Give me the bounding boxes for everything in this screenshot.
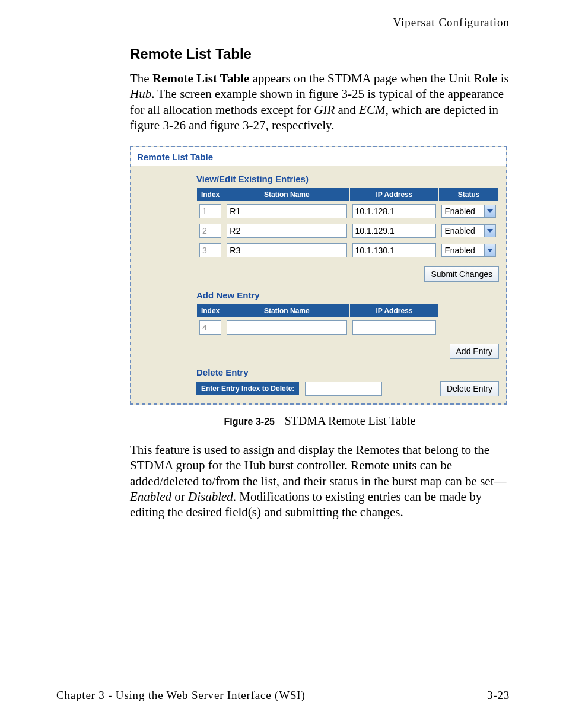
row2-status-value: Enabled <box>441 224 484 237</box>
table-row: Enabled <box>197 241 499 260</box>
row3-index-input[interactable] <box>199 243 221 257</box>
chevron-down-icon[interactable] <box>484 244 496 257</box>
chevron-down-icon[interactable] <box>484 224 496 237</box>
row2-ip-input[interactable] <box>352 224 437 238</box>
submit-changes-button[interactable]: Submit Changes <box>424 266 499 282</box>
body-paragraph: This feature is used to assign and displ… <box>130 442 510 520</box>
th-ip: IP Address <box>349 188 439 202</box>
add-entry-table: Index Station Name IP Address <box>196 304 499 338</box>
view-edit-heading: View/Edit Existing Entries) <box>196 166 499 187</box>
row1-status-value: Enabled <box>441 205 484 218</box>
row2-station-input[interactable] <box>227 224 346 238</box>
delete-index-label: Enter Entry Index to Delete: <box>196 382 299 395</box>
row3-status-select[interactable]: Enabled <box>441 244 496 257</box>
figure-caption: Figure 3-25 STDMA Remote List Table <box>130 414 510 428</box>
add-entry-button[interactable]: Add Entry <box>450 344 499 359</box>
delete-heading: Delete Entry <box>196 359 499 381</box>
footer-right: 3-23 <box>487 689 510 702</box>
add-ip-input[interactable] <box>352 320 437 335</box>
row2-index-input[interactable] <box>199 224 221 238</box>
row2-status-select[interactable]: Enabled <box>441 224 496 237</box>
row1-index-input[interactable] <box>199 204 221 218</box>
footer-left: Chapter 3 - Using the Web Server Interfa… <box>56 689 306 702</box>
row3-ip-input[interactable] <box>352 243 437 257</box>
table-row <box>197 318 499 338</box>
row1-status-select[interactable]: Enabled <box>441 205 496 218</box>
th-index: Index <box>197 188 224 202</box>
table-row: Enabled <box>197 221 499 241</box>
add-new-heading: Add New Entry <box>196 282 499 304</box>
section-title: Remote List Table <box>130 46 510 62</box>
panel-title: Remote List Table <box>131 147 506 166</box>
th-ip-add: IP Address <box>349 304 439 318</box>
delete-index-input[interactable] <box>305 382 382 396</box>
th-station: Station Name <box>224 188 349 202</box>
table-row: Enabled <box>197 202 499 221</box>
th-index-add: Index <box>197 304 224 318</box>
th-status: Status <box>439 188 499 202</box>
delete-entry-button[interactable]: Delete Entry <box>440 381 499 396</box>
chevron-down-icon[interactable] <box>484 205 496 218</box>
row1-ip-input[interactable] <box>352 204 437 218</box>
th-station-add: Station Name <box>224 304 349 318</box>
row3-status-value: Enabled <box>441 244 484 257</box>
row3-station-input[interactable] <box>227 243 346 257</box>
page-header-right: Vipersat Configuration <box>56 16 510 29</box>
row1-station-input[interactable] <box>227 204 346 218</box>
existing-entries-table: Index Station Name IP Address Status <box>196 187 499 260</box>
add-station-input[interactable] <box>227 320 346 335</box>
intro-paragraph: The Remote List Table appears on the STD… <box>130 71 510 133</box>
add-index-input[interactable] <box>199 320 221 335</box>
